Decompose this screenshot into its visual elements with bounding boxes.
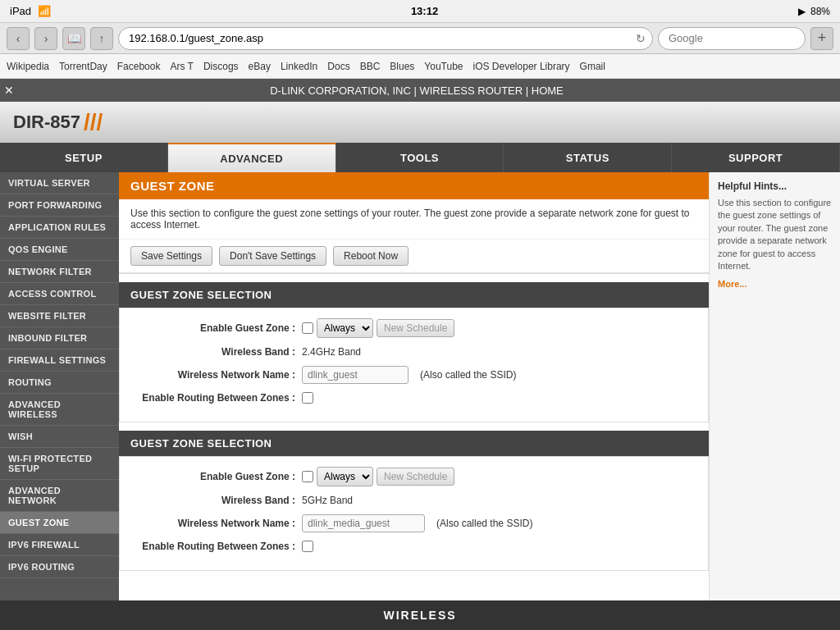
sidebar-item-ipv6-routing[interactable]: IPV6 ROUTING <box>0 556 119 578</box>
section2-enable-row: Enable Guest Zone : Always New Schedule <box>131 467 696 486</box>
close-tab-button[interactable]: ✕ <box>4 84 14 97</box>
sidebar-item-advanced-network[interactable]: ADVANCED NETWORK <box>0 480 119 512</box>
status-left: iPad 📶 <box>10 5 51 17</box>
bookmark-docs[interactable]: Docs <box>327 61 349 72</box>
status-bar: iPad 📶 13:12 ▶ 88% <box>0 0 840 23</box>
router-logo: DIR-857 /// <box>13 109 103 135</box>
bookmark-youtube[interactable]: YouTube <box>424 61 463 72</box>
section2-new-schedule-button[interactable]: New Schedule <box>377 468 454 486</box>
page-heading: GUEST ZONE <box>119 172 709 199</box>
bookmark-bbc[interactable]: BBC <box>360 61 381 72</box>
tab-setup[interactable]: SETUP <box>0 143 168 172</box>
reboot-now-button[interactable]: Reboot Now <box>333 246 409 266</box>
device-label: iPad <box>10 5 31 17</box>
bookmark-button[interactable]: 📖 <box>62 27 85 50</box>
section1-enable-checkbox[interactable] <box>302 322 313 334</box>
router-footer: WIRELESS <box>0 600 840 630</box>
tab-advanced[interactable]: ADVANCED <box>168 143 336 172</box>
section2-enable-checkbox[interactable] <box>302 471 313 482</box>
back-button[interactable]: ‹ <box>7 27 30 50</box>
sidebar-item-wish[interactable]: WISH <box>0 426 119 448</box>
section2-ssid-row: Wireless Network Name : (Also called the… <box>131 514 696 532</box>
section1-content: Enable Guest Zone : Always New Schedule … <box>119 308 709 422</box>
bookmark-blues[interactable]: Blues <box>390 61 414 72</box>
hints-title: Helpful Hints... <box>718 180 832 192</box>
bookmark-gmail[interactable]: Gmail <box>580 61 605 72</box>
sidebar-item-inbound-filter[interactable]: INBOUND FILTER <box>0 327 119 349</box>
section1-enable-label: Enable Guest Zone : <box>131 322 295 334</box>
section2-ssid-note: (Also called the SSID) <box>436 518 532 529</box>
section2-network-name-input[interactable] <box>302 514 425 532</box>
tab-status[interactable]: STATUS <box>504 143 672 172</box>
wifi-icon: 📶 <box>38 5 51 17</box>
browser-toolbar: ‹ › 📖 ↑ 192.168.0.1/guest_zone.asp ↻ + <box>0 23 840 54</box>
hints-panel: Helpful Hints... Use this section to con… <box>709 172 840 600</box>
section2-enable-label: Enable Guest Zone : <box>131 471 295 482</box>
new-tab-button[interactable]: + <box>810 27 833 50</box>
section1-routing-row: Enable Routing Between Zones : <box>131 392 696 404</box>
tab-tools[interactable]: TOOLS <box>336 143 504 172</box>
footer-brand: WIRELESS <box>383 609 456 622</box>
sidebar-item-advanced-wireless[interactable]: ADVANCED WIRELESS <box>0 394 119 426</box>
dont-save-settings-button[interactable]: Don't Save Settings <box>219 246 326 266</box>
section1-enable-row: Enable Guest Zone : Always New Schedule <box>131 318 696 338</box>
refresh-button[interactable]: ↻ <box>636 32 646 45</box>
sidebar-item-port-forwarding[interactable]: PORT FORWARDING <box>0 194 119 217</box>
page-description: Use this section to configure the guest … <box>119 199 709 240</box>
bookmark-arst[interactable]: Ars T <box>170 61 193 72</box>
sidebar-item-guest-zone[interactable]: GUEST ZONE <box>0 512 119 534</box>
router-ui: DIR-857 /// SETUP ADVANCED TOOLS STATUS … <box>0 102 840 630</box>
main-area: VIRTUAL SERVER PORT FORWARDING APPLICATI… <box>0 172 840 600</box>
sidebar-item-ipv6-firewall[interactable]: IPV6 FIREWALL <box>0 534 119 556</box>
page-title-bar: ✕ D-LINK CORPORATION, INC | WIRELESS ROU… <box>0 79 840 102</box>
status-time: 13:12 <box>411 5 438 17</box>
share-button[interactable]: ↑ <box>90 27 113 50</box>
bookmark-torrentday[interactable]: TorrentDay <box>59 61 107 72</box>
router-header: DIR-857 /// <box>0 102 840 143</box>
section1-band-value: 2.4GHz Band <box>302 346 361 358</box>
section1-ssid-row: Wireless Network Name : (Also called the… <box>131 366 696 384</box>
section1-network-name-label: Wireless Network Name : <box>131 369 295 381</box>
sidebar-item-qos-engine[interactable]: QOS ENGINE <box>0 239 119 261</box>
sidebar-item-routing[interactable]: ROUTING <box>0 372 119 394</box>
section2-enable-controls: Always New Schedule <box>302 467 454 486</box>
section1-routing-checkbox[interactable] <box>302 392 313 404</box>
hints-text: Use this section to configure the guest … <box>718 197 832 272</box>
sidebar-item-firewall-settings[interactable]: FIREWALL SETTINGS <box>0 349 119 372</box>
sidebar-item-application-rules[interactable]: APPLICATION RULES <box>0 217 119 239</box>
section2-routing-checkbox[interactable] <box>302 541 313 552</box>
action-buttons: Save Settings Don't Save Settings Reboot… <box>119 240 709 274</box>
bookmark-ebay[interactable]: eBay <box>249 61 271 72</box>
sidebar-item-wifi-protected-setup[interactable]: WI-FI PROTECTED SETUP <box>0 448 119 480</box>
bookmark-facebook[interactable]: Facebook <box>117 61 161 72</box>
section2-band-value: 5GHz Band <box>302 495 353 506</box>
bookmark-wikipedia[interactable]: Wikipedia <box>7 61 49 72</box>
sidebar-item-virtual-server[interactable]: VIRTUAL SERVER <box>0 172 119 194</box>
status-right: ▶ 88% <box>798 6 830 17</box>
forward-button[interactable]: › <box>34 27 57 50</box>
section2-routing-label: Enable Routing Between Zones : <box>131 541 295 552</box>
section2-band-row: Wireless Band : 5GHz Band <box>131 495 696 506</box>
bookmark-linkedin[interactable]: LinkedIn <box>281 61 317 72</box>
section1-new-schedule-button[interactable]: New Schedule <box>377 319 454 337</box>
bookmark-discogs[interactable]: Discogs <box>203 61 239 72</box>
logo-slashes: /// <box>84 109 103 135</box>
section2-content: Enable Guest Zone : Always New Schedule … <box>119 456 709 571</box>
section1-network-name-input[interactable] <box>302 366 409 384</box>
hints-more-link[interactable]: More... <box>718 279 746 289</box>
search-input[interactable] <box>658 27 806 50</box>
section1-ssid-note: (Also called the SSID) <box>420 369 516 381</box>
sidebar-item-website-filter[interactable]: WEBSITE FILTER <box>0 305 119 327</box>
tab-support[interactable]: SUPPORT <box>672 143 840 172</box>
sidebar-item-network-filter[interactable]: NETWORK FILTER <box>0 261 119 283</box>
bookmark-ios-dev[interactable]: iOS Developer Library <box>473 61 570 72</box>
save-settings-button[interactable]: Save Settings <box>130 246 212 266</box>
sidebar-item-access-control[interactable]: ACCESS CONTROL <box>0 283 119 305</box>
url-input[interactable]: 192.168.0.1/guest_zone.asp <box>129 28 628 49</box>
section2-header: GUEST ZONE SELECTION <box>119 431 709 456</box>
section2-band-label: Wireless Band : <box>131 495 295 506</box>
bookmarks-bar: Wikipedia TorrentDay Facebook Ars T Disc… <box>0 54 840 79</box>
section1-band-row: Wireless Band : 2.4GHz Band <box>131 346 696 358</box>
section1-schedule-select[interactable]: Always <box>317 318 373 338</box>
section2-schedule-select[interactable]: Always <box>317 467 373 486</box>
